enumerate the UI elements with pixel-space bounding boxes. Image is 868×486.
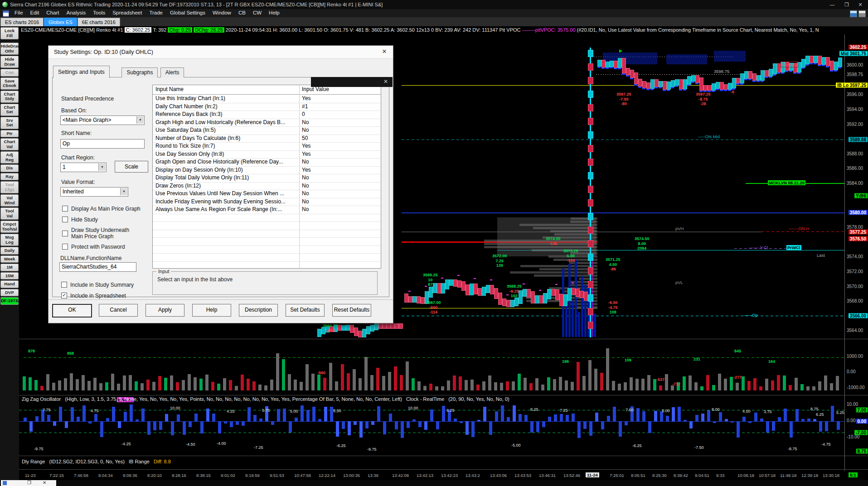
menu-item-analysis[interactable]: Analysis	[63, 9, 89, 16]
toolbar-icon-window[interactable]	[858, 10, 866, 17]
help-button[interactable]: Help	[192, 304, 231, 317]
value-format-select[interactable]: Inherited▼	[60, 187, 128, 197]
sidebar-button-msg-log[interactable]: Msg Log	[0, 234, 19, 246]
maximize-button[interactable]: ❐	[840, 0, 853, 9]
menu-item-global-settings[interactable]: Global Settings	[166, 9, 209, 16]
table-row[interactable]: Draw Zeros (In:12)No	[153, 182, 381, 191]
chart-region-select[interactable]: 1▼	[60, 163, 107, 172]
menu-item-help[interactable]: Help	[265, 9, 283, 16]
minimized-window-titlebar[interactable]: ❐ ✕	[1, 480, 56, 486]
table-row[interactable]: Use Saturday Data (In:5)No	[153, 126, 381, 135]
table-row[interactable]: Graph High and Low Historically (Referen…	[153, 119, 381, 127]
sidebar-button-chart-set[interactable]: Chart Set	[0, 104, 19, 116]
table-row[interactable]: Use Previous Values Until New Day Sessio…	[153, 190, 381, 198]
sidebar-button-daily[interactable]: Daily	[0, 247, 19, 255]
chevron-down-icon[interactable]: ▼	[98, 164, 106, 171]
panel-separator[interactable]	[19, 469, 868, 470]
sidebar-button-df-19732[interactable]: DF:19732	[0, 297, 19, 305]
minimize-button[interactable]: —	[825, 0, 839, 9]
sidebar-button-15m[interactable]: 15M	[0, 272, 19, 280]
input-groupbox: Input Select an input in the list above	[152, 271, 378, 295]
menu-item-window[interactable]: Window	[209, 9, 235, 16]
time-scale[interactable]: 11-237:22:157:46:588:04:348:09:368:20:10…	[19, 471, 868, 480]
table-row[interactable]: Include Friday Evening with Sunday Eveni…	[153, 198, 381, 207]
sidebar-button-save-cbook[interactable]: Save Cbook	[0, 77, 19, 90]
sidebar-button-ptr[interactable]: Ptr	[0, 130, 19, 138]
based-on-select[interactable]: <Main Price Graph>▼	[60, 115, 145, 125]
price-scale[interactable]	[844, 34, 868, 471]
ok-button[interactable]: OK	[52, 304, 92, 318]
tab-globex-es[interactable]: Globex ES	[44, 18, 77, 26]
table-row[interactable]: Display on Day Session Only (In:10)Yes	[153, 166, 381, 175]
sidebar-button-val-wind[interactable]: Val Wind	[0, 194, 19, 207]
mini-maximize-icon[interactable]: ❐	[27, 480, 31, 485]
chevron-down-icon[interactable]: ▼	[120, 188, 127, 195]
background-window-titlebar[interactable]: ✕	[311, 77, 393, 87]
table-row[interactable]: Use this Intraday Chart (In:1)Yes	[153, 95, 381, 103]
description-button[interactable]: Description	[239, 304, 278, 317]
checkbox-draw-study-underneath[interactable]	[62, 231, 68, 236]
table-row[interactable]: Use Day Session Only (In:8)Yes	[153, 150, 381, 159]
sidebar-button-chart-val[interactable]: Chart Val	[0, 138, 19, 150]
sidebar-button-week[interactable]: Week	[0, 255, 19, 263]
menu-item-trade[interactable]: Trade	[145, 9, 166, 16]
set-defaults-button[interactable]: Set Defaults	[286, 304, 325, 317]
sidebar-button-srv-set[interactable]: Srv Set	[0, 117, 19, 129]
panel-separator[interactable]	[19, 339, 868, 339]
menu-item-tools[interactable]: Tools	[89, 9, 109, 16]
table-row[interactable]: Daily Chart Number (In:2)#1	[153, 103, 381, 111]
checkbox-include-in-spreadsheet[interactable]: ✓	[61, 293, 67, 298]
sidebar-button-lock-fill[interactable]: Lock Fill	[0, 27, 19, 39]
sidebar-button-hidedraw-othr[interactable]: HideDraw Othr	[0, 43, 19, 55]
dialog-close-icon[interactable]: ✕	[379, 48, 389, 56]
checkbox-protect-with-password[interactable]	[62, 244, 68, 250]
checkbox-include-in-study-summary[interactable]	[61, 282, 67, 288]
table-row[interactable]: Display Total Daily Volume Only (In:11)N…	[153, 174, 381, 183]
sidebar-button-1m[interactable]: 1M	[0, 264, 19, 271]
table-row[interactable]: Always Use Same As Region For Scale Rang…	[153, 206, 381, 214]
tab-es-charts-2016[interactable]: ES charts 2016	[0, 18, 44, 26]
sidebar-button-dvp[interactable]: DVP	[0, 289, 19, 297]
sidebar-button-ray[interactable]: Ray	[0, 173, 19, 181]
sidebar-button-tool-cfg1[interactable]: Tool Cfg1	[0, 181, 19, 193]
dialog-tab-alerts[interactable]: Alerts	[160, 67, 184, 77]
dialog-tab-subgraphs[interactable]: Subgraphs	[121, 67, 158, 77]
tab-6e-charts-2016[interactable]: 6E charts 2016	[78, 18, 120, 26]
table-row[interactable]: Number of Days To Calculate (In:6)50	[153, 135, 381, 143]
sidebar-button-tool-val[interactable]: Tool Val	[0, 207, 19, 220]
table-row[interactable]: Reference Days Back (In:3)0	[153, 111, 381, 119]
panel-separator[interactable]	[19, 456, 868, 456]
sidebar-button-dis[interactable]: Dis	[0, 164, 19, 172]
menu-item-file[interactable]: File	[11, 9, 27, 16]
short-name-input[interactable]: Op	[60, 139, 145, 149]
menu-item-cw[interactable]: CW	[249, 9, 265, 16]
dialog-tab-settings-and-inputs[interactable]: Settings and Inputs	[53, 66, 110, 78]
menu-item-spreadsheet[interactable]: Spreadsheet	[109, 9, 145, 16]
close-button[interactable]: ✕	[853, 0, 867, 9]
dialog-titlebar[interactable]: Study Settings: Op. ID:10 (Daily OHLC) ✕	[48, 46, 393, 59]
scale-button[interactable]: Scale	[115, 161, 148, 173]
sidebar-button-hide-draw[interactable]: Hide Draw	[0, 56, 19, 68]
checkbox-hide-study[interactable]	[62, 217, 68, 222]
dll-name-input[interactable]: SierraChartStudies_64	[59, 262, 136, 272]
sidebar-button-hand[interactable]: Hand	[0, 280, 19, 288]
table-row[interactable]: Round to Tick Size (In:7)Yes	[153, 142, 381, 151]
sidebar-button-cmpct-toolval[interactable]: Cmpct ToolVal	[0, 221, 19, 233]
sidebar-button-adj-reg[interactable]: Adj Reg	[0, 151, 19, 164]
panel-separator[interactable]	[19, 395, 868, 395]
menu-item-cb[interactable]: CB	[235, 9, 249, 16]
reset-defaults-button[interactable]: Reset Defaults	[332, 304, 371, 317]
menu-item-chart[interactable]: Chart	[43, 9, 63, 16]
toolbar-icon-chart[interactable]	[850, 10, 857, 17]
cancel-button[interactable]: Cancel	[99, 304, 138, 317]
sidebar-button-chart-stdy[interactable]: Chart Stdy	[0, 91, 19, 103]
chevron-down-icon[interactable]: ▼	[136, 116, 144, 124]
mini-close-icon[interactable]: ✕	[43, 480, 46, 485]
apply-button[interactable]: Apply	[145, 304, 184, 317]
menu-item-edit[interactable]: Edit	[27, 9, 43, 16]
checkbox-display-as-main-price-graph[interactable]	[62, 206, 68, 212]
sidebar-button-con[interactable]: Con	[0, 69, 19, 77]
table-row[interactable]: Graph Open and Close Historically (Refer…	[153, 158, 381, 167]
inputs-table[interactable]: Input NameInput ValueUse this Intraday C…	[152, 85, 381, 269]
background-window-close-icon[interactable]: ✕	[383, 78, 388, 85]
